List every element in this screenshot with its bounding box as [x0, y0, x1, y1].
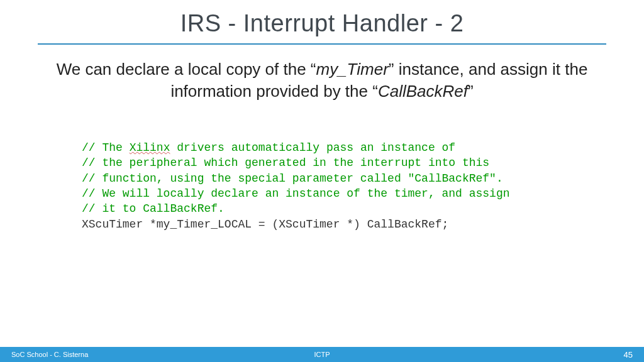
- body-line1-a: We can declare a local copy of the “: [57, 60, 316, 79]
- title-underline: [38, 43, 606, 45]
- footer-center: ICTP: [0, 351, 644, 358]
- code-comment-1a: // The: [82, 141, 130, 154]
- body-text: We can declare a local copy of the “my_T…: [38, 58, 606, 102]
- slide-title: IRS - Interrupt Handler - 2: [0, 0, 644, 37]
- code-comment-3: // function, using the special parameter…: [82, 172, 503, 185]
- code-comment-1-squiggle: Xilinx: [130, 141, 170, 154]
- body-line2-b: ”: [468, 82, 474, 101]
- footer-bar: SoC School - C. Sisterna ICTP 45: [0, 347, 644, 362]
- body-line1-italic: my_Timer: [316, 60, 389, 79]
- body-line1-b: ” instance, and assign it the: [389, 60, 588, 79]
- code-statement: XScuTimer *my_Timer_LOCAL = (XScuTimer *…: [82, 218, 448, 231]
- body-line2-a: information provided by the “: [170, 82, 378, 101]
- code-comment-1b: drivers automatically pass an instance o…: [170, 141, 455, 154]
- code-comment-2: // the peripheral which generated in the…: [82, 156, 489, 169]
- code-comment-4: // We will locally declare an instance o…: [82, 187, 510, 200]
- slide: IRS - Interrupt Handler - 2 We can decla…: [0, 0, 644, 362]
- body-line2-italic: CallBackRef: [378, 82, 468, 101]
- code-comment-5: // it to CallBackRef.: [82, 202, 225, 215]
- footer-page-number: 45: [624, 350, 633, 359]
- code-block: // The Xilinx drivers automatically pass…: [82, 140, 644, 232]
